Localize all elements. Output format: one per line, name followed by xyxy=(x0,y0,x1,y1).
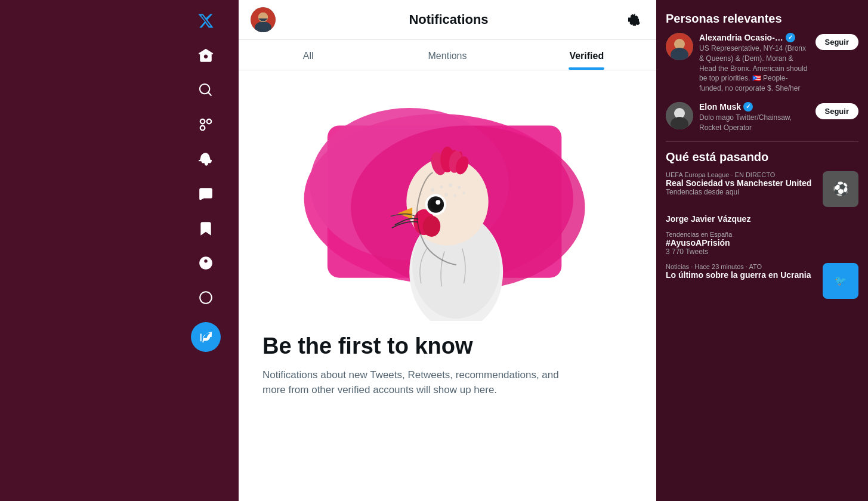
trend-name-2: Jorge Javier Vázquez xyxy=(666,214,858,224)
person-bio-2: Dolo mago Twitter/Chainsaw, Rocket Opera… xyxy=(699,113,810,133)
tab-all[interactable]: All xyxy=(239,40,378,70)
trend-context-4: Noticias · Hace 23 minutos · ATO xyxy=(666,263,818,270)
empty-state: Be the first to know Notifications about… xyxy=(239,70,656,501)
notifications-icon[interactable] xyxy=(191,144,221,174)
person-info-1: Alexandria Ocasio-… ✓ US Representative,… xyxy=(699,33,810,94)
page-title: Notifications xyxy=(409,12,488,27)
happening-title: Qué está pasando xyxy=(666,150,858,164)
trend-thumbnail-4: 🐦 xyxy=(823,263,858,299)
svg-point-13 xyxy=(449,184,452,187)
notifications-header: Notifications xyxy=(239,0,656,40)
right-sidebar: Personas relevantes Alexandria Ocasio-… … xyxy=(656,0,868,501)
tab-verified[interactable]: Verified xyxy=(517,40,656,70)
svg-point-14 xyxy=(458,186,461,189)
person-name-2: Elon Musk ✓ xyxy=(699,102,810,112)
person-card-1: Alexandria Ocasio-… ✓ US Representative,… xyxy=(666,33,858,94)
svg-point-18 xyxy=(462,191,465,194)
trend-name-4: Lo último sobre la guerra en Ucrania xyxy=(666,270,818,280)
trend-name-1: Real Sociedad vs Manchester United xyxy=(666,178,818,188)
trend-name-3: #AyusoAPrisión xyxy=(666,238,858,248)
person-name-1: Alexandria Ocasio-… ✓ xyxy=(699,33,810,42)
rooster-illustration xyxy=(292,88,603,321)
explore-icon[interactable] xyxy=(191,75,221,105)
follow-button-1[interactable]: Seguir xyxy=(816,34,858,50)
communities-icon[interactable] xyxy=(191,110,221,140)
verified-badge-1: ✓ xyxy=(786,33,795,42)
empty-state-description: Notifications about new Tweets, Retweets… xyxy=(262,367,573,398)
empty-state-title: Be the first to know xyxy=(262,333,473,360)
svg-point-24 xyxy=(423,216,440,237)
trend-count-3: 3 770 Tweets xyxy=(666,248,858,256)
svg-point-11 xyxy=(431,188,435,192)
tweet-button[interactable] xyxy=(191,322,221,352)
relevant-people-title: Personas relevantes xyxy=(666,12,858,26)
home-icon[interactable] xyxy=(191,41,221,70)
person-card-2: Elon Musk ✓ Dolo mago Twitter/Chainsaw, … xyxy=(666,102,858,133)
person-avatar-2 xyxy=(666,102,693,129)
follow-button-2[interactable]: Seguir xyxy=(816,103,858,119)
left-sidebar xyxy=(0,0,239,501)
svg-point-16 xyxy=(444,193,448,196)
person-bio-1: US Representative, NY-14 (Bronx & Queens… xyxy=(699,44,810,94)
settings-icon[interactable] xyxy=(622,8,644,31)
svg-point-12 xyxy=(440,185,443,188)
trend-count-1: Tendencias desde aquí xyxy=(666,188,818,196)
user-avatar[interactable] xyxy=(251,7,276,32)
messages-icon[interactable] xyxy=(191,179,221,209)
svg-point-28 xyxy=(430,199,442,211)
main-content: Notifications All Mentions Verified xyxy=(239,0,656,501)
svg-point-30 xyxy=(436,202,438,205)
trend-context-1: UEFA Europa League · EN DIRECTO xyxy=(666,171,818,178)
trend-item-4[interactable]: Noticias · Hace 23 minutos · ATO Lo últi… xyxy=(666,263,858,299)
notification-tabs: All Mentions Verified xyxy=(239,40,656,70)
tab-mentions[interactable]: Mentions xyxy=(378,40,517,70)
circles-icon[interactable] xyxy=(191,283,221,313)
trend-context-3: Tendencias en España xyxy=(666,231,858,238)
profile-icon[interactable] xyxy=(191,248,221,278)
trend-thumbnail-1: ⚽ xyxy=(823,171,858,207)
svg-point-17 xyxy=(453,194,456,197)
bookmarks-icon[interactable] xyxy=(191,214,221,243)
trend-item-3[interactable]: Tendencias en España #AyusoAPrisión 3 77… xyxy=(666,231,858,256)
verified-badge-2: ✓ xyxy=(743,102,753,112)
twitter-logo-icon[interactable] xyxy=(191,6,221,36)
trend-item-1[interactable]: UEFA Europa League · EN DIRECTO Real Soc… xyxy=(666,171,858,207)
sidebar-divider-1 xyxy=(666,141,858,142)
trend-item-2[interactable]: Jorge Javier Vázquez xyxy=(666,214,858,224)
person-avatar-1 xyxy=(666,33,693,60)
person-info-2: Elon Musk ✓ Dolo mago Twitter/Chainsaw, … xyxy=(699,102,810,133)
